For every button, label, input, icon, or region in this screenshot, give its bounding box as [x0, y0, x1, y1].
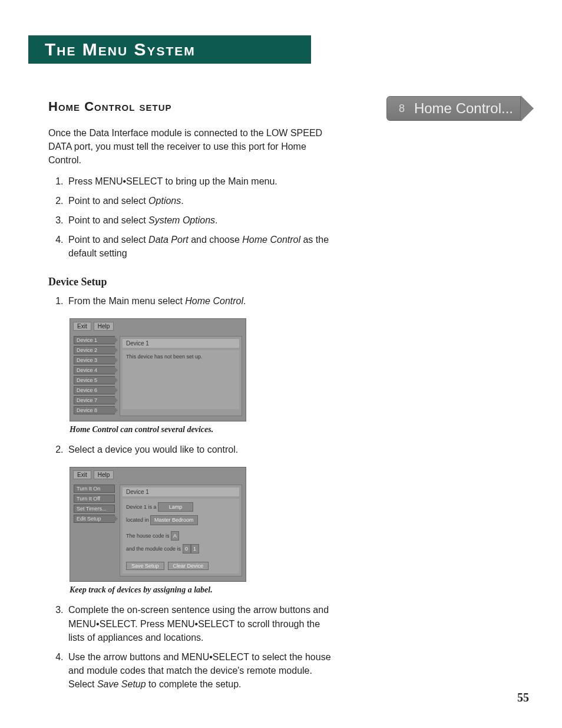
- step-item: Point to and select Data Port and choose…: [66, 233, 331, 260]
- step-text: .: [181, 196, 183, 206]
- step-item: Press MENU•SELECT to bring up the Main m…: [66, 174, 331, 188]
- sidebar-item-device[interactable]: Device 5: [74, 376, 115, 384]
- device-setup-steps: From the Main menu select Home Control.: [48, 294, 331, 308]
- sidebar-item-device[interactable]: Device 4: [74, 366, 115, 374]
- panel-body: Device 1 is a Lamp located in Master Bed…: [123, 499, 239, 574]
- device-sidebar: Device 1 Device 2 Device 3 Device 4 Devi…: [74, 336, 115, 416]
- step-text: From the Main menu select: [68, 296, 185, 306]
- step-em: System Options: [148, 215, 215, 225]
- step-text: Point to and select: [68, 196, 148, 206]
- exit-button[interactable]: Exit: [73, 470, 91, 479]
- section-title: Home Control setup: [48, 99, 331, 114]
- step-em: Save Setup: [97, 679, 146, 689]
- step-text: Point to and select: [68, 235, 148, 245]
- step-text: Press MENU•SELECT to bring up the Main m…: [68, 176, 277, 186]
- sidebar-item-device[interactable]: Device 3: [74, 356, 115, 364]
- sidebar-item-device[interactable]: Device 1: [74, 336, 115, 344]
- intro-paragraph: Once the Data Interface module is connec…: [48, 126, 331, 167]
- sidebar-item-edit-setup[interactable]: Edit Setup: [74, 515, 115, 523]
- panel-header: Device 1: [123, 487, 239, 496]
- sidebar-item-turn-on[interactable]: Turn It On: [74, 485, 115, 493]
- step-item: Point to and select Options.: [66, 194, 331, 207]
- step-text: .: [243, 296, 246, 306]
- screenshot-caption: Home Control can control several devices…: [70, 425, 331, 434]
- label-text: Device 1 is a: [126, 504, 157, 510]
- ui-body: Device 1 Device 2 Device 3 Device 4 Devi…: [70, 334, 246, 421]
- setup-steps: Press MENU•SELECT to bring up the Main m…: [48, 174, 331, 261]
- panel-body: This device has not been set up.: [123, 350, 239, 409]
- sidebar-item-set-timers[interactable]: Set Timers...: [74, 505, 115, 513]
- chapter-title: The Menu System: [45, 39, 196, 60]
- exit-button[interactable]: Exit: [73, 322, 91, 331]
- home-control-menu-pill: 8 Home Control...: [386, 95, 534, 121]
- sidebar-item-device[interactable]: Device 8: [74, 406, 115, 414]
- screenshot-device-edit: Exit Help Turn It On Turn It Off Set Tim…: [70, 467, 246, 582]
- device-type-field[interactable]: Lamp: [158, 502, 193, 512]
- clear-device-button[interactable]: Clear Device: [168, 562, 209, 570]
- page-number: 55: [517, 691, 529, 704]
- step-text: and choose: [189, 235, 243, 245]
- step-item: Point to and select System Options.: [66, 213, 331, 227]
- help-button[interactable]: Help: [94, 470, 114, 479]
- step-item: From the Main menu select Home Control.: [66, 294, 331, 308]
- ui-toolbar: Exit Help: [70, 319, 246, 334]
- screenshot-device-list: Exit Help Device 1 Device 2 Device 3 Dev…: [70, 318, 246, 421]
- step-em: Options: [148, 196, 181, 206]
- chapter-banner: The Menu System: [28, 35, 311, 64]
- label-text: and the module code is: [126, 546, 181, 552]
- screenshot-caption: Keep track of devices by assigning a lab…: [70, 585, 331, 595]
- location-field[interactable]: Master Bedroom: [150, 515, 198, 525]
- menu-number-icon: 8: [395, 102, 408, 115]
- sidebar-item-device[interactable]: Device 6: [74, 386, 115, 394]
- panel-header: Device 1: [123, 339, 239, 348]
- step-text: .: [215, 215, 217, 225]
- step-item: Use the arrow buttons and MENU•SELECT to…: [66, 650, 331, 691]
- action-sidebar: Turn It On Turn It Off Set Timers... Edi…: [74, 485, 115, 577]
- sidebar-item-turn-off[interactable]: Turn It Off: [74, 495, 115, 503]
- save-setup-button[interactable]: Save Setup: [126, 562, 164, 570]
- chevron-right-icon: [521, 95, 534, 121]
- step-em: Data Port: [148, 235, 189, 245]
- sidebar-item-device[interactable]: Device 2: [74, 346, 115, 354]
- step-text: to complete the setup.: [146, 679, 242, 689]
- step-text: Point to and select: [68, 215, 148, 225]
- device-setup-steps-final: Complete the on-screen sentence using th…: [48, 603, 331, 691]
- ui-main-panel: Device 1 Device 1 is a Lamp located in M…: [120, 485, 242, 577]
- sidebar-item-device[interactable]: Device 7: [74, 396, 115, 404]
- ui-body: Turn It On Turn It Off Set Timers... Edi…: [70, 482, 246, 582]
- house-code-field[interactable]: A: [171, 531, 179, 541]
- step-em: Home Control: [185, 296, 243, 306]
- label-text: The house code is: [126, 533, 170, 539]
- module-code-field[interactable]: 0: [183, 544, 191, 554]
- device-setup-heading: Device Setup: [48, 276, 331, 288]
- menu-pill-label: Home Control...: [414, 100, 513, 117]
- menu-pill-body: 8 Home Control...: [386, 96, 521, 121]
- help-button[interactable]: Help: [94, 322, 114, 331]
- ui-toolbar: Exit Help: [70, 467, 246, 482]
- step-em: Home Control: [242, 235, 300, 245]
- label-text: located in: [126, 517, 149, 523]
- ui-main-panel: Device 1 This device has not been set up…: [120, 336, 242, 416]
- device-setup-steps-cont: Select a device you would like to contro…: [48, 443, 331, 456]
- module-code-field[interactable]: 1: [191, 544, 199, 554]
- step-item: Complete the on-screen sentence using th…: [66, 603, 331, 644]
- page-content: Home Control setup Once the Data Interfa…: [48, 99, 331, 702]
- step-item: Select a device you would like to contro…: [66, 443, 331, 456]
